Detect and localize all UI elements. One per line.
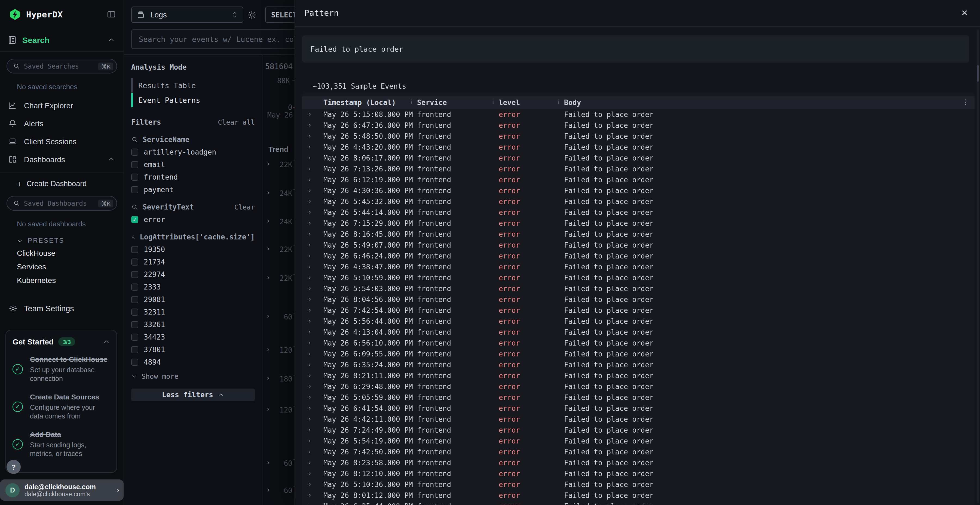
checkbox-unchecked[interactable] (131, 321, 138, 328)
chevron-up-icon[interactable] (108, 156, 115, 163)
row-expand-chevron-icon[interactable]: › (302, 372, 323, 379)
row-expand-chevron-icon[interactable]: › (302, 426, 323, 434)
filter-option[interactable]: 37801 (131, 346, 255, 354)
preset-dashboard-item[interactable]: Kubernetes (0, 273, 124, 287)
table-row[interactable]: › May 26 8:23:58.000 PM frontend error F… (302, 457, 975, 468)
filter-option[interactable]: 33261 (131, 321, 255, 329)
table-options-kebab-icon[interactable]: ⋮ (962, 98, 969, 106)
table-row[interactable]: › May 26 7:42:54.000 PM frontend error F… (302, 305, 975, 316)
row-expand-chevron-icon[interactable]: › (302, 491, 323, 499)
row-expand-chevron-icon[interactable]: › (302, 274, 323, 281)
table-row[interactable]: › May 26 8:04:56.000 PM frontend error F… (302, 294, 975, 305)
checkbox-unchecked[interactable] (131, 359, 138, 366)
row-expand-chevron-icon[interactable]: › (302, 481, 323, 488)
column-header-timestamp[interactable]: Timestamp (Local) (323, 98, 417, 106)
saved-dashboards-input[interactable]: Saved Dashboards ⌘K (6, 196, 117, 211)
checkbox-unchecked[interactable] (131, 271, 138, 278)
table-row[interactable]: › May 26 5:45:32.000 PM frontend error F… (302, 196, 975, 207)
table-row[interactable]: › May 26 6:41:54.000 PM frontend error F… (302, 403, 975, 414)
table-row[interactable]: › May 26 5:05:59.000 PM frontend error F… (302, 392, 975, 403)
row-expand-chevron-icon[interactable]: › (302, 339, 323, 347)
search-icon[interactable] (131, 203, 138, 211)
row-expand-chevron-icon[interactable]: › (302, 154, 323, 162)
pattern-row-trend[interactable]: › 120 (263, 405, 296, 414)
table-row[interactable]: › May 26 8:21:11.000 PM frontend error F… (302, 370, 975, 381)
user-account-button[interactable]: D dale@clickhouse.com dale@clickhouse.co… (0, 480, 124, 501)
table-row[interactable]: › May 26 7:24:49.000 PM frontend error F… (302, 424, 975, 435)
preset-dashboard-item[interactable]: ClickHouse (0, 246, 124, 260)
table-row[interactable]: › May 26 5:15:08.000 PM frontend error F… (302, 109, 975, 120)
pattern-row-trend[interactable]: › 60 (263, 459, 296, 467)
filter-option[interactable]: 29081 (131, 295, 255, 304)
source-select[interactable]: Logs (131, 6, 243, 23)
get-started-item[interactable]: ✓ Create Data Sources Configure where yo… (13, 393, 110, 421)
row-expand-chevron-icon[interactable]: › (302, 404, 323, 412)
table-row[interactable]: › May 26 5:49:07.000 PM frontend error F… (302, 240, 975, 250)
table-row[interactable]: › May 26 6:29:48.000 PM frontend error F… (302, 381, 975, 392)
presets-toggle[interactable]: PRESETS (0, 230, 124, 246)
clear-button[interactable]: Clear (234, 203, 255, 211)
row-expand-chevron-icon[interactable]: › (302, 230, 323, 238)
table-row[interactable]: › May 26 7:13:26.000 PM frontend error F… (302, 163, 975, 174)
help-button[interactable]: ? (6, 460, 21, 474)
filter-option[interactable]: 19350 (131, 245, 255, 254)
sidebar-item-alerts[interactable]: Alerts (0, 114, 124, 132)
row-expand-chevron-icon[interactable]: › (302, 241, 323, 249)
table-row[interactable]: › May 26 8:16:45.000 PM frontend error F… (302, 229, 975, 240)
chevron-up-icon[interactable] (103, 338, 110, 345)
filter-option[interactable]: 4894 (131, 358, 255, 366)
table-row[interactable]: › May 26 8:12:10.000 PM frontend error F… (302, 468, 975, 479)
checkbox-unchecked[interactable] (131, 259, 138, 265)
mode-results-table[interactable]: Results Table (131, 78, 255, 92)
filter-option[interactable]: 21734 (131, 258, 255, 266)
row-expand-chevron-icon[interactable]: › (302, 121, 323, 129)
table-row[interactable]: › May 26 4:13:04.000 PM frontend error F… (302, 327, 975, 337)
row-expand-chevron-icon[interactable]: › (302, 317, 323, 325)
column-header-service[interactable]: Service (417, 98, 499, 106)
row-expand-chevron-icon[interactable]: › (302, 143, 323, 151)
filter-option[interactable]: 2333 (131, 283, 255, 291)
row-expand-chevron-icon[interactable]: › (302, 394, 323, 401)
table-row[interactable]: › May 26 6:09:55.000 PM frontend error F… (302, 348, 975, 359)
less-filters-button[interactable]: Less filters (131, 389, 255, 401)
table-row[interactable]: › May 26 5:54:03.000 PM frontend error F… (302, 283, 975, 294)
pattern-row-trend[interactable]: › 120 (263, 346, 296, 354)
preset-dashboard-item[interactable]: Services (0, 260, 124, 273)
pattern-row-trend[interactable]: › 60 (263, 312, 296, 321)
sidebar-item-team-settings[interactable]: Team Settings (0, 293, 124, 324)
checkbox-checked[interactable]: ✓ (131, 216, 138, 223)
table-row[interactable]: › May 26 7:42:50.000 PM frontend error F… (302, 446, 975, 457)
column-header-body[interactable]: Body (564, 98, 975, 106)
get-started-item[interactable]: ✓ Connect to ClickHouse Set up your data… (13, 355, 110, 384)
row-expand-chevron-icon[interactable]: › (302, 295, 323, 303)
table-row[interactable]: › May 26 6:47:36.000 PM frontend error F… (302, 120, 975, 130)
sidebar-item-client-sessions[interactable]: Client Sessions (0, 132, 124, 150)
drawer-scrollbar[interactable] (977, 30, 979, 503)
table-row[interactable]: › May 26 5:54:19.000 PM frontend error F… (302, 435, 975, 446)
row-expand-chevron-icon[interactable]: › (302, 328, 323, 336)
collapse-sidebar-icon[interactable] (107, 10, 116, 19)
table-row[interactable]: › May 26 5:48:50.000 PM frontend error F… (302, 130, 975, 141)
table-row[interactable]: › May 26 4:42:11.000 PM frontend error F… (302, 414, 975, 424)
create-dashboard-button[interactable]: + Create Dashboard (0, 173, 124, 189)
row-expand-chevron-icon[interactable]: › (302, 176, 323, 183)
pattern-row-trend[interactable]: › 24K (263, 189, 296, 197)
table-row[interactable]: › May 26 6:46:24.000 PM frontend error F… (302, 250, 975, 261)
row-expand-chevron-icon[interactable]: › (302, 263, 323, 270)
checkbox-unchecked[interactable] (131, 296, 138, 303)
checkbox-unchecked[interactable] (131, 246, 138, 253)
chevron-up-icon[interactable] (108, 37, 115, 43)
column-header-level[interactable]: level (499, 98, 564, 106)
clear-all-button[interactable]: Clear all (218, 118, 255, 126)
pattern-row-trend[interactable]: › 180 (263, 375, 296, 383)
row-expand-chevron-icon[interactable]: › (302, 284, 323, 292)
table-row[interactable]: › May 26 6:35:24.000 PM frontend error F… (302, 359, 975, 370)
checkbox-unchecked[interactable] (131, 186, 138, 193)
filter-option[interactable]: payment (131, 186, 255, 194)
row-expand-chevron-icon[interactable]: › (302, 165, 323, 173)
checkbox-unchecked[interactable] (131, 333, 138, 341)
mode-event-patterns[interactable]: Event Patterns (131, 93, 255, 107)
sidebar-item-chart-explorer[interactable]: Chart Explorer (0, 96, 124, 114)
row-expand-chevron-icon[interactable]: › (302, 350, 323, 357)
filter-option-error[interactable]: ✓ error (131, 216, 255, 224)
